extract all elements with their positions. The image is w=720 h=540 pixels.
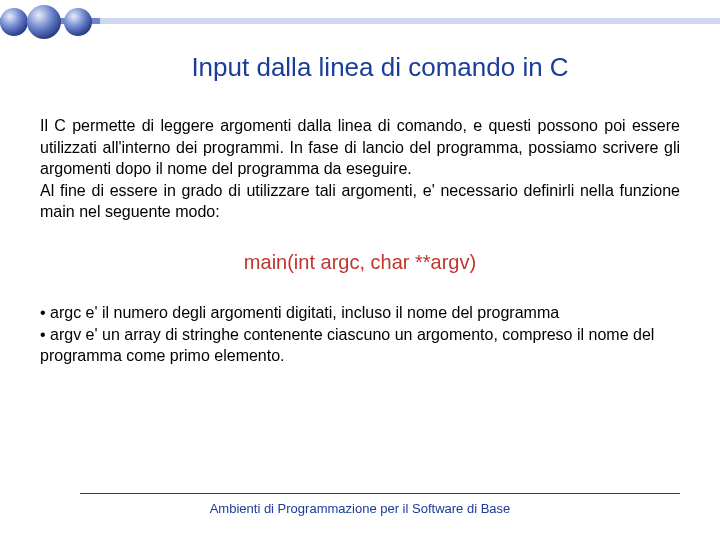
bullet-item: • argc e' il numero degli argomenti digi… <box>40 302 680 324</box>
footer-label: Ambienti di Programmazione per il Softwa… <box>0 501 720 516</box>
svg-point-2 <box>0 8 28 36</box>
body-paragraph: Il C permette di leggere argomenti dalla… <box>40 115 680 223</box>
svg-point-3 <box>27 5 61 39</box>
code-signature: main(int argc, char **argv) <box>40 251 680 274</box>
bullet-item: • argv e' un array di stringhe contenent… <box>40 324 680 367</box>
slide-content: Input dalla linea di comando in C Il C p… <box>0 52 720 367</box>
header-decoration <box>0 0 720 44</box>
svg-point-4 <box>64 8 92 36</box>
slide-title: Input dalla linea di comando in C <box>80 52 680 83</box>
footer-divider <box>80 493 680 494</box>
svg-rect-0 <box>0 18 720 24</box>
bullet-list: • argc e' il numero degli argomenti digi… <box>40 302 680 367</box>
